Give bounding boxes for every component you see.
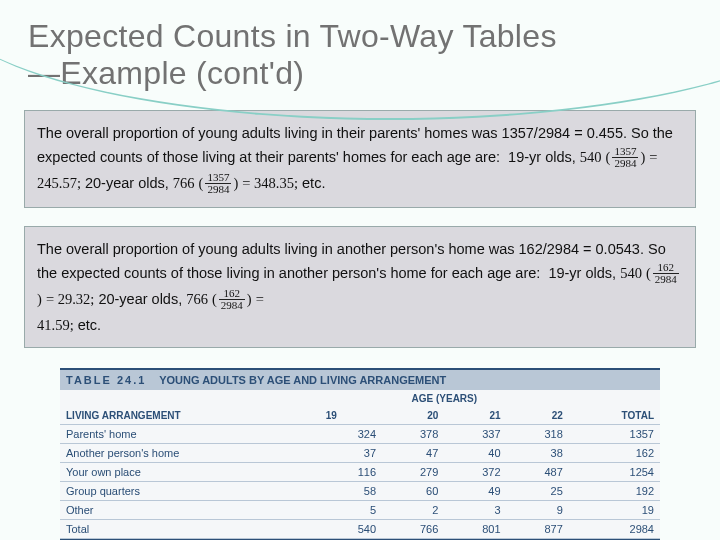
table-row: Group quarters58604925192 [60, 482, 660, 501]
cell: 372 [444, 463, 506, 482]
table-row: Total5407668018772984 [60, 520, 660, 539]
col-22: 22 [507, 407, 569, 425]
explanation-box-2: The overall proportion of young adults l… [24, 226, 696, 349]
row-label: Your own place [60, 463, 320, 482]
box2-b-result2: 41.59; [37, 317, 74, 333]
title-line-1: Expected Counts in Two-Way Tables [28, 18, 557, 54]
age-group-header: AGE (YEARS) [320, 390, 569, 407]
row-label: Parents' home [60, 425, 320, 444]
rparen: ) [37, 291, 42, 307]
cell: 40 [444, 444, 506, 463]
cell: 1254 [569, 463, 660, 482]
box1-a-n: 540 [580, 149, 602, 165]
cell: 37 [320, 444, 382, 463]
frac-den: 2984 [653, 274, 679, 287]
box2-a-frac: 1622984 [651, 262, 681, 287]
cell: 47 [382, 444, 444, 463]
box2-a-result: = 29.32; [46, 291, 94, 307]
box2-b-label: 20-year olds, [98, 291, 182, 307]
explanation-box-1: The overall proportion of young adults l… [24, 110, 696, 208]
cell: 19 [569, 501, 660, 520]
cell: 162 [569, 444, 660, 463]
cell: 540 [320, 520, 382, 539]
box1-b-frac: 13572984 [203, 172, 233, 197]
cell: 25 [507, 482, 569, 501]
cell: 3 [444, 501, 506, 520]
frac-den: 2984 [219, 300, 245, 313]
slide-title: Expected Counts in Two-Way Tables —Examp… [0, 0, 720, 92]
cell: 38 [507, 444, 569, 463]
box1-b-label: 20-year olds, [85, 175, 169, 191]
box2-b-frac: 1622984 [217, 288, 247, 313]
cell: 324 [320, 425, 382, 444]
cell: 1357 [569, 425, 660, 444]
box1-b-n: 766 [173, 175, 195, 191]
row-label: Total [60, 520, 320, 539]
box1-b-result: = 348.35; [242, 175, 298, 191]
box1-a-label: 19-yr olds, [508, 149, 576, 165]
cell: 337 [444, 425, 506, 444]
box1-a-frac: 13572984 [610, 146, 640, 171]
table-row: Other523919 [60, 501, 660, 520]
cell: 318 [507, 425, 569, 444]
cell: 801 [444, 520, 506, 539]
cell: 60 [382, 482, 444, 501]
box2-b-n: 766 [186, 291, 208, 307]
box2-a-n: 540 [620, 265, 642, 281]
rparen: ) [247, 291, 252, 307]
col-21: 21 [444, 407, 506, 425]
col-20: 20 [382, 407, 444, 425]
cell: 877 [507, 520, 569, 539]
box1-intro: The overall proportion of young adults l… [37, 125, 673, 166]
box1-etc: etc. [302, 175, 325, 191]
cell: 9 [507, 501, 569, 520]
table-number: TABLE 24.1 [66, 374, 146, 386]
cell: 487 [507, 463, 569, 482]
cell: 116 [320, 463, 382, 482]
frac-den: 2984 [612, 158, 638, 171]
title-line-2: —Example (cont'd) [28, 55, 304, 91]
table-row: Another person's home37474038162 [60, 444, 660, 463]
cell: 5 [320, 501, 382, 520]
frac-den: 2984 [205, 184, 231, 197]
cell: 58 [320, 482, 382, 501]
table-row: Your own place1162793724871254 [60, 463, 660, 482]
data-table: LIVING ARRANGEMENT AGE (YEARS) TOTAL 19 … [60, 390, 660, 539]
cell: 279 [382, 463, 444, 482]
row-label: Group quarters [60, 482, 320, 501]
cell: 2 [382, 501, 444, 520]
table-row: Parents' home3243783373181357 [60, 425, 660, 444]
cell: 192 [569, 482, 660, 501]
col-living-arrangement: LIVING ARRANGEMENT [60, 390, 320, 425]
table-body: Parents' home3243783373181357Another per… [60, 425, 660, 539]
box2-b-result: = [256, 291, 264, 307]
data-table-wrap: TABLE 24.1 YOUNG ADULTS BY AGE AND LIVIN… [60, 368, 660, 540]
row-label: Another person's home [60, 444, 320, 463]
cell: 378 [382, 425, 444, 444]
col-19: 19 [320, 407, 382, 425]
rparen: ) [640, 149, 645, 165]
col-total: TOTAL [569, 390, 660, 425]
box2-a-label: 19-yr olds, [548, 265, 616, 281]
box2-etc: etc. [78, 317, 101, 333]
rparen: ) [233, 175, 238, 191]
cell: 766 [382, 520, 444, 539]
table-caption: TABLE 24.1 YOUNG ADULTS BY AGE AND LIVIN… [60, 370, 660, 390]
row-label: Other [60, 501, 320, 520]
cell: 2984 [569, 520, 660, 539]
table-caption-text: YOUNG ADULTS BY AGE AND LIVING ARRANGEME… [159, 374, 446, 386]
cell: 49 [444, 482, 506, 501]
